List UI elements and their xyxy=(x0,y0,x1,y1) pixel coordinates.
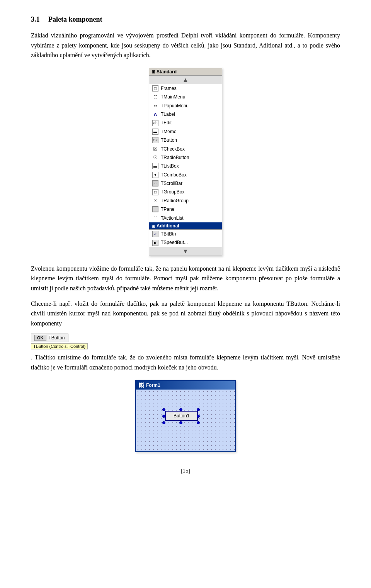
item-label-tbitbtn: TBitBtn xyxy=(161,230,176,238)
paragraph-3-text: Chceme-li např. vložit do formuláře tlač… xyxy=(31,300,340,327)
item-label-tpopupmenu: TPopupMenu xyxy=(161,102,189,110)
item-label-tlabel: TLabel xyxy=(161,110,175,118)
palette-item-frames[interactable]: □ Frames xyxy=(149,84,222,93)
handle-mr xyxy=(197,415,200,418)
tlabel-icon: A xyxy=(152,111,158,117)
additional-expand-icon: ▣ xyxy=(151,224,155,228)
frames-icon: □ xyxy=(152,85,158,92)
paragraph-3: Chceme-li např. vložit do formuláře tlač… xyxy=(31,299,340,329)
item-label-tradiobutton: TRadioButton xyxy=(161,154,189,161)
palette-item-tcombobox[interactable]: ▼ TComboBox xyxy=(149,171,222,179)
scroll-down-button[interactable]: ▼ xyxy=(149,247,222,256)
section-number: 3.1 xyxy=(31,15,40,23)
standard-expand-icon: ▣ xyxy=(151,69,155,74)
palette-item-tspeedbutton[interactable]: ▶ TSpeedBut... xyxy=(149,238,222,247)
item-label-tcheckbox: TCheckBox xyxy=(161,145,185,153)
form1-button-label: Button1 xyxy=(174,413,189,419)
page-number: [15] xyxy=(31,468,340,474)
palette-item-tbitbtn[interactable]: ✓ TBitBtn xyxy=(149,230,222,238)
handle-br xyxy=(197,421,200,424)
item-label-tpanel: TPanel xyxy=(161,205,175,213)
section-title: Paleta komponent xyxy=(48,15,102,23)
additional-section-header: ▣ Additional xyxy=(149,222,222,230)
palette-item-tgroupbox[interactable]: □ TGroupBox xyxy=(149,188,222,196)
component-palette: ▣ Standard ▲ □ Frames ☷ TMainMenu ☷ TPop… xyxy=(149,68,222,256)
item-label-tgroupbox: TGroupBox xyxy=(161,188,184,196)
tbutton-icon: OK xyxy=(152,137,158,143)
tradiogroup-icon: ☉ xyxy=(152,198,158,204)
form1-preview: 🖼 Form1 Button1 xyxy=(135,380,236,452)
palette-item-tlabel[interactable]: A TLabel xyxy=(149,110,222,119)
tactionlist-icon: ☷ xyxy=(152,215,158,221)
handle-tl xyxy=(162,408,165,411)
form1-button: Button1 xyxy=(165,411,198,421)
palette-item-tradiogroup[interactable]: ☉ TRadioGroup xyxy=(149,197,222,205)
tbutton-tooltip: TButton (Controls.TControl) xyxy=(31,343,88,349)
tcheckbox-icon: ☒ xyxy=(152,146,158,152)
handle-tm xyxy=(179,408,182,411)
tbitbtn-icon: ✓ xyxy=(152,231,158,237)
form1-title: Form1 xyxy=(146,383,160,388)
palette-item-tedit[interactable]: ab TEdit xyxy=(149,119,222,127)
item-label-tcombobox: TComboBox xyxy=(161,171,187,179)
tmemo-icon: ▬ xyxy=(152,129,158,135)
form1-body: Button1 xyxy=(136,390,235,451)
tpopupmenu-icon: ☷ xyxy=(152,103,158,109)
paragraph-3b: . Tlačítko umístíme do formuláře tak, že… xyxy=(31,352,340,372)
tbutton-component-preview: OK TButton xyxy=(31,334,68,342)
item-label-tmemo: TMemo xyxy=(161,128,177,136)
tgroupbox-icon: □ xyxy=(152,189,158,195)
palette-item-tpanel[interactable]: TPanel xyxy=(149,205,222,214)
item-label-tradiogroup: TRadioGroup xyxy=(161,197,189,205)
paragraph-1: Základ vizuálního programování ve vývojo… xyxy=(31,31,340,60)
palette-item-tmainmenu[interactable]: ☷ TMainMenu xyxy=(149,93,222,101)
palette-item-tactionlist[interactable]: ☷ TActionList xyxy=(149,214,222,222)
palette-item-tcheckbox[interactable]: ☒ TCheckBox xyxy=(149,145,222,153)
tspeedbtn-icon: ▶ xyxy=(152,240,158,246)
item-label-tedit: TEdit xyxy=(161,119,172,127)
tedit-icon: ab xyxy=(152,120,158,126)
palette-item-tscrollbar[interactable]: ↔ TScrollBar xyxy=(149,179,222,188)
handle-bl xyxy=(162,421,165,424)
form1-icon: 🖼 xyxy=(138,382,144,388)
palette-wrapper: ▣ Standard ▲ □ Frames ☷ TMainMenu ☷ TPop… xyxy=(149,68,222,256)
scroll-up-button[interactable]: ▲ xyxy=(149,76,222,84)
handle-bm xyxy=(179,421,182,424)
item-label-tmainmenu: TMainMenu xyxy=(161,93,185,101)
tscrollbar-icon: ↔ xyxy=(152,180,158,186)
tpanel-icon xyxy=(152,206,158,212)
item-label-tbutton: TButton xyxy=(161,136,177,144)
standard-label: Standard xyxy=(157,69,177,75)
tradiobutton-icon: ☉ xyxy=(152,154,158,161)
palette-item-tradiobutton[interactable]: ☉ TRadioButton xyxy=(149,153,222,162)
handle-ml xyxy=(162,415,165,418)
item-label-tactionlist: TActionList xyxy=(161,214,183,222)
section-heading: 3.1 Paleta komponent xyxy=(31,15,340,24)
item-label-tscrollbar: TScrollBar xyxy=(161,180,182,187)
tbutton-ok-label: OK xyxy=(34,335,46,341)
form1-image-container: 🖼 Form1 Button1 xyxy=(31,380,340,452)
item-label-tlistbox: TListBox xyxy=(161,162,179,170)
tmainmenu-icon: ☷ xyxy=(152,94,158,100)
paragraph-2: Zvolenou komponentu vložíme do formuláře… xyxy=(31,264,340,293)
palette-image-container: ▣ Standard ▲ □ Frames ☷ TMainMenu ☷ TPop… xyxy=(31,68,340,256)
tcombobox-icon: ▼ xyxy=(152,172,158,178)
tbutton-tooltip-area: OK TButton TButton (Controls.TControl) xyxy=(31,334,340,349)
item-label-frames: Frames xyxy=(161,85,177,92)
palette-item-tbutton[interactable]: OK TButton xyxy=(149,136,222,144)
standard-section-header: ▣ Standard xyxy=(149,68,222,76)
item-label-tspeedbtn: TSpeedBut... xyxy=(161,239,188,246)
handle-tr xyxy=(197,408,200,411)
palette-item-tpopupmenu[interactable]: ☷ TPopupMenu xyxy=(149,102,222,110)
palette-item-tmemo[interactable]: ▬ TMemo xyxy=(149,127,222,136)
tbutton-name-label: TButton xyxy=(49,335,65,341)
additional-label: Additional xyxy=(157,223,179,229)
palette-item-tlistbox[interactable]: ▬ TListBox xyxy=(149,162,222,170)
tlistbox-icon: ▬ xyxy=(152,163,158,169)
form1-titlebar: 🖼 Form1 xyxy=(136,381,235,390)
